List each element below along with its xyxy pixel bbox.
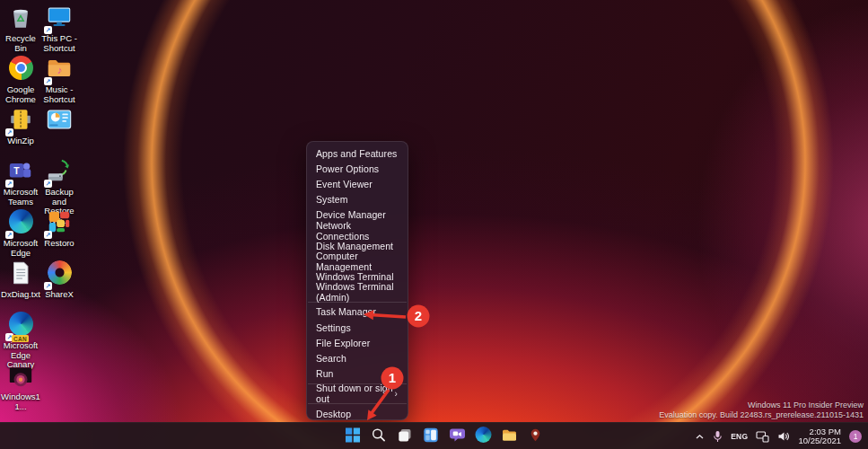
taskbar-pinned-app-button[interactable] [523,425,547,448]
watermark-line1: Windows 11 Pro Insider Preview [659,401,864,410]
network-icon[interactable] [756,430,769,443]
desktop-icon-label: This PC - Shortcut [39,34,80,53]
taskbar-search-button[interactable] [367,425,390,448]
system-tray: ENG 2:03 PM 10/25/2021 1 [695,423,868,449]
language-indicator[interactable]: ENG [731,432,748,441]
menu-item-power-options[interactable]: Power Options [309,161,406,176]
desktop-icon-label: DxDiag.txt [1,290,40,300]
shortcut-arrow-icon: ↗ [5,180,13,188]
desktop-icon-google-chrome[interactable]: ↗ Google Chrome [0,55,41,106]
menu-item-apps-and-features[interactable]: Apps and Features [309,145,406,161]
menu-item-task-manager[interactable]: Task Manager [309,304,406,320]
desktop-icon-label: WinZip [7,136,34,146]
taskbar: ENG 2:03 PM 10/25/2021 1 [0,422,868,449]
search-icon [372,427,387,446]
desktop-screen: ↗ Recycle Bin ↗ Google Chrome ↗ WinZip T… [0,0,868,449]
desktop-icon-recycle-bin[interactable]: ↗ Recycle Bin [0,4,41,55]
taskbar-chat-button[interactable] [445,425,469,448]
tray-date: 10/25/2021 [798,436,841,446]
desktop-icon-microsoft-edge-canary[interactable]: ↗ CAN Microsoft Edge Canary [0,311,41,362]
shortcut-arrow-icon: ↗ [44,180,52,188]
desktop-icon-windows11[interactable]: ↗ Windows11... [0,362,41,413]
chrome-icon [9,56,33,84]
desktop-icon-label: ShareX [45,290,74,300]
shortcut-arrow-icon: ↗ [44,231,52,239]
desktop-icon-restoro[interactable]: ↗ Restoro [39,208,80,260]
notification-badge[interactable]: 1 [849,430,862,443]
desktop-icon-column-2: ↗ This PC - Shortcut ♪ ↗ Music - Shortcu… [39,4,80,311]
desktop-icon-label: Recycle Bin [0,34,41,53]
menu-item-event-viewer[interactable]: Event Viewer [309,176,406,191]
desktop-icon-label: Microsoft Teams [0,188,41,207]
desktop-icon-this-pc-shortcut[interactable]: ↗ This PC - Shortcut [39,4,80,55]
menu-item-search[interactable]: Search [309,350,406,365]
desktop-icon-microsoft-teams[interactable]: T ↗ Microsoft Teams [0,157,41,208]
shortcut-arrow-icon: ↗ [5,128,13,136]
text-file-icon [7,260,34,290]
svg-text:T: T [13,166,20,176]
taskbar-center-group [341,423,547,449]
edge-taskbar-icon [475,427,491,446]
menu-item-network-connections[interactable]: Network Connections [309,223,406,238]
desktop-icon-label: Google Chrome [0,85,41,104]
menu-item-computer-management[interactable]: Computer Management [309,253,406,269]
taskbar-file-explorer-button[interactable] [497,425,521,448]
menu-separator [308,403,407,404]
folder-icon [501,427,517,446]
widgets-icon [424,427,439,446]
menu-item-shut-down-or-sign-out[interactable]: Shut down or sign out › [309,386,406,401]
menu-item-windows-terminal-admin[interactable]: Windows Terminal (Admin) [309,285,406,300]
task-view-icon [398,427,413,446]
desktop-icon-winzip[interactable]: ↗ WinZip [0,106,41,157]
taskbar-widgets-button[interactable] [419,425,443,448]
shortcut-arrow-icon: ↗ [44,282,52,290]
clock[interactable]: 2:03 PM 10/25/2021 [798,427,841,446]
taskbar-start-button[interactable] [341,425,364,448]
menu-item-system[interactable]: System [309,192,406,207]
map-pin-icon [528,427,542,446]
submenu-chevron-icon: › [395,389,398,399]
menu-separator [308,302,407,303]
annotation-overlay: 2 1 [0,0,868,449]
desktop-icon-music-shortcut[interactable]: ♪ ↗ Music - Shortcut [39,55,80,106]
microphone-icon[interactable] [713,430,723,443]
canary-badge: CAN [12,335,29,342]
desktop-icon-label: Microsoft Edge [0,239,41,258]
menu-item-run[interactable]: Run [309,366,406,382]
menu-item-file-explorer[interactable]: File Explorer [309,335,406,350]
desktop-icon-control-panel[interactable]: ↗ [39,106,80,157]
desktop-icon-sharex[interactable]: ↗ ShareX [39,260,80,311]
image-thumbnail-icon [7,362,34,392]
hidden-icons-chevron-icon[interactable] [695,433,705,441]
desktop-icon-backup-and-restore-wi[interactable]: ↗ Backup and Restore (Wi... [39,157,80,208]
watermark-line2: Evaluation copy. Build 22483.rs_prerelea… [659,410,864,420]
chat-icon [449,427,465,446]
menu-item-settings[interactable]: Settings [309,320,406,335]
recycle-bin-icon [7,4,34,34]
taskbar-task-view-button[interactable] [393,425,416,448]
shortcut-arrow-icon: ↗ [44,77,52,85]
winx-context-menu: Apps and Features Power Options Event Vi… [306,141,408,420]
evaluation-watermark: Windows 11 Pro Insider Preview Evaluatio… [659,401,864,419]
desktop-icon-microsoft-edge[interactable]: ↗ Microsoft Edge [0,208,41,260]
shortcut-arrow-icon: ↗ [44,26,52,34]
taskbar-edge-button[interactable] [471,425,495,448]
desktop-icon-dxdiag-txt[interactable]: ↗ DxDiag.txt [0,260,41,311]
menu-item-desktop[interactable]: Desktop [309,406,406,421]
desktop-icon-label: Restoro [44,239,74,249]
desktop-icon-column-1: ↗ Recycle Bin ↗ Google Chrome ↗ WinZip T… [0,4,41,413]
svg-text:♪: ♪ [57,65,63,75]
desktop-icon-label: Windows11... [0,392,41,411]
volume-icon[interactable] [777,431,790,442]
step2-number: 2 [415,308,422,323]
start-icon [346,427,361,446]
control-panel-icon [46,106,73,136]
shortcut-arrow-icon: ↗ [5,231,13,239]
desktop-icon-label: Music - Shortcut [39,85,80,104]
